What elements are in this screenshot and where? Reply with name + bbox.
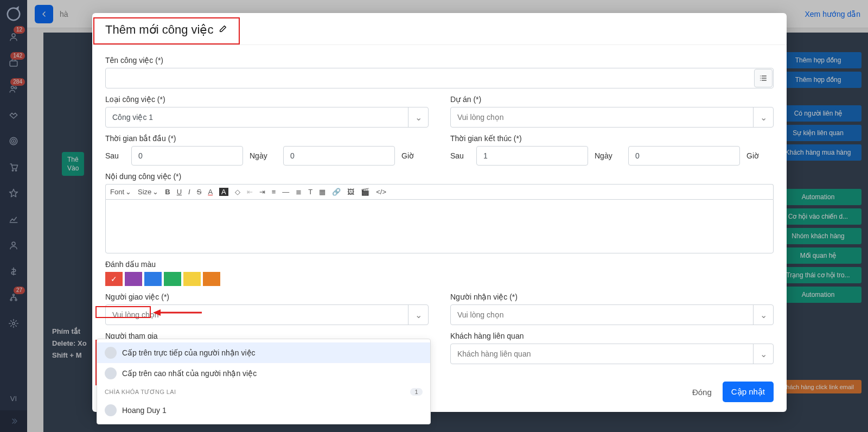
color-swatch[interactable] — [203, 272, 220, 286]
label-assignee: Người nhận việc (*) — [450, 293, 774, 301]
color-swatch[interactable] — [125, 272, 142, 286]
chevron-down-icon[interactable]: ⌄ — [408, 107, 429, 128]
clear-format-icon[interactable]: ◇ — [235, 188, 240, 196]
list-icon[interactable]: ≣ — [296, 188, 302, 196]
label-related-customer: Khách hàng liên quan — [450, 332, 774, 340]
chevron-down-icon[interactable]: ⌄ — [753, 304, 774, 325]
project-select[interactable] — [450, 107, 774, 128]
color-swatch[interactable] — [183, 272, 201, 286]
bold-icon[interactable]: B — [165, 188, 170, 196]
editor-toolbar: Font ⌄ Size ⌄ B U I S A A ◇ ⇤ ⇥ ≡ — ≣ T … — [105, 184, 774, 199]
strike-icon[interactable]: S — [197, 188, 202, 196]
end-day-input[interactable] — [476, 146, 588, 166]
align-icon[interactable]: ≡ — [272, 188, 276, 196]
svg-marker-16 — [153, 309, 161, 316]
color-swatch[interactable] — [164, 272, 181, 286]
indent-icon[interactable]: ⇥ — [259, 188, 265, 196]
close-button[interactable]: Đóng — [692, 382, 712, 402]
label-end-time: Thời gian kết thúc (*) — [450, 134, 774, 143]
dropdown-item[interactable]: Hoang Duy 1 — [97, 400, 430, 421]
color-swatch[interactable] — [144, 272, 162, 286]
label-task-type: Loại công việc (*) — [105, 95, 429, 104]
video-icon[interactable]: 🎬 — [361, 188, 369, 196]
chevron-down-icon[interactable]: ⌄ — [753, 344, 774, 364]
dropdown-item[interactable]: Cấp trên cao nhất của người nhận việc — [97, 363, 430, 384]
dropdown-item[interactable]: Cấp trên trực tiếp của người nhận việc — [97, 342, 430, 363]
chevron-down-icon[interactable]: ⌄ — [753, 107, 774, 128]
size-dropdown[interactable]: Size ⌄ — [138, 188, 158, 196]
start-hour-input[interactable] — [283, 146, 395, 166]
image-icon[interactable]: 🖼 — [347, 188, 354, 196]
color-row — [105, 272, 774, 286]
edit-icon[interactable] — [219, 24, 227, 35]
label-after: Sau — [105, 151, 125, 160]
start-day-input[interactable] — [131, 146, 243, 166]
label-hour: Giờ — [746, 151, 774, 160]
chevron-down-icon[interactable]: ⌄ — [408, 304, 429, 325]
code-icon[interactable]: </> — [376, 188, 386, 196]
arrow-1 — [153, 307, 207, 320]
task-name-input[interactable] — [105, 68, 774, 88]
outdent-icon[interactable]: ⇤ — [247, 188, 253, 196]
modal-title: Thêm mới công việc — [105, 23, 213, 37]
submit-button[interactable]: Cập nhật — [723, 382, 774, 402]
list-icon[interactable] — [754, 69, 773, 87]
label-content: Nội dung công việc (*) — [105, 172, 774, 181]
label-task-name: Tên công việc (*) — [105, 56, 774, 65]
modal-header: Thêm mới công việc — [92, 13, 787, 45]
text-size-icon[interactable]: T — [308, 188, 312, 196]
label-start-time: Thời gian bắt đầu (*) — [105, 134, 429, 143]
avatar — [105, 347, 117, 359]
content-editor[interactable] — [105, 199, 774, 253]
highlight-icon[interactable]: A — [219, 188, 228, 196]
participant-dropdown: Cấp trên trực tiếp của người nhận việc C… — [97, 339, 431, 424]
label-hour: Giờ — [401, 151, 429, 160]
hr-icon[interactable]: — — [282, 188, 289, 196]
dropdown-group: CHÌA KHÓA TƯƠNG LAI 1 — [97, 384, 430, 400]
table-icon[interactable]: ▦ — [319, 188, 326, 196]
label-day: Ngày — [595, 151, 622, 160]
avatar — [105, 404, 117, 416]
task-type-select[interactable] — [105, 107, 429, 128]
underline-icon[interactable]: U — [177, 188, 182, 196]
label-project: Dự án (*) — [450, 95, 774, 104]
assignee-select[interactable] — [450, 304, 774, 325]
text-color-icon[interactable]: A — [208, 188, 213, 196]
font-dropdown[interactable]: Font ⌄ — [110, 188, 131, 196]
italic-icon[interactable]: I — [188, 188, 190, 196]
avatar — [105, 367, 117, 379]
label-assigner: Người giao việc (*) — [105, 293, 429, 301]
link-icon[interactable]: 🔗 — [332, 188, 341, 196]
label-color: Đánh dấu màu — [105, 260, 774, 269]
related-customer-select[interactable] — [450, 344, 774, 364]
end-hour-input[interactable] — [628, 146, 740, 166]
color-swatch[interactable] — [105, 272, 123, 286]
label-day: Ngày — [250, 151, 277, 160]
label-after: Sau — [450, 151, 470, 160]
